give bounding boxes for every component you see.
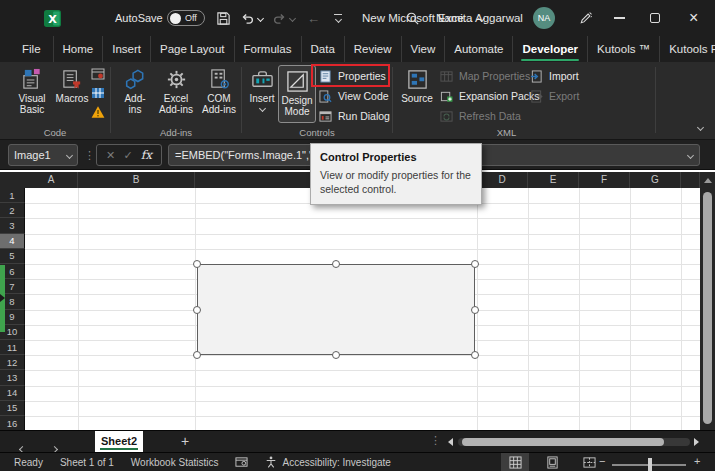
macro-security-icon[interactable] xyxy=(90,104,105,119)
macros-button[interactable]: Macros xyxy=(54,65,90,104)
row-header-12[interactable]: 12 xyxy=(0,355,25,370)
resize-handle-top-middle[interactable] xyxy=(332,260,340,268)
autosave-toggle[interactable]: Off xyxy=(167,0,205,36)
row-header-13[interactable]: 13 xyxy=(0,370,25,385)
page-layout-view-button[interactable] xyxy=(538,453,566,471)
row-header-15[interactable]: 15 xyxy=(0,401,25,416)
run-dialog-button[interactable]: Run Dialog xyxy=(318,106,390,126)
resize-handle-top-left[interactable] xyxy=(193,260,201,268)
expansion-packs-button[interactable]: Expansion Packs xyxy=(439,86,540,106)
insert-toolbox-icon xyxy=(251,65,274,93)
row-header-14[interactable]: 14 xyxy=(0,386,25,401)
cells-area[interactable] xyxy=(25,188,700,430)
tab-automate[interactable]: Automate xyxy=(445,36,513,62)
avatar[interactable]: NA xyxy=(533,0,555,36)
insert-function-icon[interactable]: fx xyxy=(141,148,152,162)
tab-developer[interactable]: Developer xyxy=(513,36,588,62)
design-mode-icon xyxy=(286,67,309,95)
tab-kutools[interactable]: Kutools ™ xyxy=(588,36,660,62)
embedded-image-control[interactable] xyxy=(197,264,475,355)
expand-formula-bar-icon[interactable] xyxy=(687,151,694,158)
row-header-5[interactable]: 5 xyxy=(0,249,25,264)
minimize-button[interactable] xyxy=(614,0,625,36)
column-header-F[interactable]: F xyxy=(579,172,630,188)
column-header-D[interactable]: D xyxy=(477,172,528,188)
view-code-icon xyxy=(318,89,333,104)
scroll-right-icon[interactable] xyxy=(694,438,699,446)
tab-file[interactable]: File xyxy=(10,36,54,62)
horizontal-scroll-thumb[interactable] xyxy=(462,438,664,446)
insert-dropdown-icon[interactable] xyxy=(258,105,265,112)
source-button[interactable]: Source xyxy=(399,65,435,104)
scroll-left-icon[interactable] xyxy=(448,438,453,446)
zoom-slider-handle[interactable] xyxy=(648,458,652,471)
design-mode-button[interactable]: Design Mode xyxy=(278,65,316,123)
workbook-statistics-button[interactable]: Workbook Statistics xyxy=(131,457,219,468)
name-box-dropdown-icon[interactable] xyxy=(66,151,73,158)
row-header-1[interactable]: 1 xyxy=(0,188,25,203)
resize-handle-top-right[interactable] xyxy=(471,260,479,268)
column-header-G[interactable]: G xyxy=(630,172,681,188)
resize-handle-bottom-right[interactable] xyxy=(471,351,479,359)
row-header-3[interactable]: 3 xyxy=(0,218,25,233)
row-header-4[interactable]: 4 xyxy=(0,234,25,249)
visual-basic-button[interactable]: Visual Basic xyxy=(12,65,52,115)
resize-handle-bottom-middle[interactable] xyxy=(332,351,340,359)
vertical-scrollbar[interactable] xyxy=(700,172,715,430)
display-settings-icon[interactable] xyxy=(235,456,248,469)
maximize-button[interactable] xyxy=(650,0,660,36)
column-header-A[interactable]: A xyxy=(25,172,78,188)
task-pane-edge-handle[interactable] xyxy=(0,265,5,332)
save-icon[interactable] xyxy=(216,0,231,36)
new-sheet-button[interactable]: + xyxy=(181,433,189,449)
refresh-data-button: Refresh Data xyxy=(439,106,540,126)
tab-data[interactable]: Data xyxy=(302,36,345,62)
collapse-ribbon-icon[interactable] xyxy=(698,116,703,134)
addins-icon xyxy=(124,65,147,93)
search-icon[interactable] xyxy=(405,0,420,36)
column-header-B[interactable]: B xyxy=(78,172,195,188)
column-header-E[interactable]: E xyxy=(528,172,579,188)
tab-insert[interactable]: Insert xyxy=(103,36,151,62)
gridline-horizontal xyxy=(25,386,700,387)
tab-formulas[interactable]: Formulas xyxy=(235,36,302,62)
undo-button[interactable] xyxy=(240,0,263,36)
tab-kutools-plus[interactable]: Kutools Plus xyxy=(660,36,715,62)
normal-view-button[interactable] xyxy=(501,453,529,471)
tab-view[interactable]: View xyxy=(402,36,446,62)
properties-button[interactable]: Properties xyxy=(318,66,390,86)
addins-button[interactable]: Add-ins xyxy=(119,65,151,115)
column-header-partial[interactable] xyxy=(681,172,700,188)
zoom-in-button[interactable]: + xyxy=(694,455,700,467)
name-box[interactable]: Image1 xyxy=(8,144,78,166)
com-addins-button[interactable]: COM Add-ins xyxy=(199,65,239,115)
scroll-up-icon[interactable] xyxy=(704,178,712,183)
accessibility-status[interactable]: Accessibility: Investigate xyxy=(265,456,390,470)
user-name[interactable]: Namita Aggarwal xyxy=(436,0,523,36)
sheet-tab-sheet2[interactable]: Sheet2 xyxy=(95,431,143,453)
close-button[interactable]: × xyxy=(689,0,698,36)
undo-dropdown-icon[interactable] xyxy=(257,14,264,21)
resize-handle-bottom-left[interactable] xyxy=(193,351,201,359)
insert-control-button[interactable]: Insert xyxy=(246,65,278,111)
resize-handle-middle-left[interactable] xyxy=(193,306,201,314)
row-header-2[interactable]: 2 xyxy=(0,203,25,218)
relative-references-icon[interactable] xyxy=(90,85,105,100)
row-header-11[interactable]: 11 xyxy=(0,340,25,355)
import-button[interactable]: Import xyxy=(529,66,579,86)
zoom-out-button[interactable]: − xyxy=(599,455,605,467)
view-code-button[interactable]: View Code xyxy=(318,86,390,106)
excel-addins-button[interactable]: Excel Add-ins xyxy=(155,65,197,115)
vertical-scroll-thumb[interactable] xyxy=(703,192,712,424)
row-header-16[interactable]: 16 xyxy=(0,416,25,430)
excel-app-icon[interactable]: X xyxy=(44,0,61,36)
resize-handle-middle-right[interactable] xyxy=(471,306,479,314)
sheetbar-separator[interactable]: ⋮ xyxy=(430,434,441,447)
tab-home[interactable]: Home xyxy=(54,36,104,62)
tab-page-layout[interactable]: Page Layout xyxy=(151,36,235,62)
record-macro-icon[interactable] xyxy=(90,66,105,81)
pen-icon[interactable] xyxy=(578,0,593,36)
enter-icon: ✓ xyxy=(123,149,132,162)
tab-review[interactable]: Review xyxy=(345,36,402,62)
gridline-horizontal xyxy=(25,401,700,402)
